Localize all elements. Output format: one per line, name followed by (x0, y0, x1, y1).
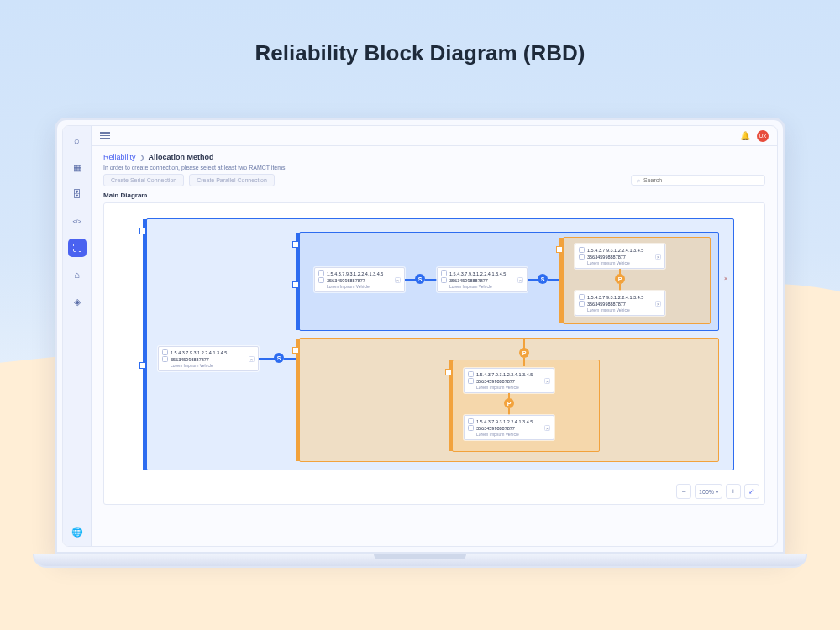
serial-connector[interactable]: S (538, 274, 548, 284)
diagram-block[interactable]: 1.5.4.3.7.9.3.1.2.2.4.1.3.4.5 3563459988… (575, 244, 665, 269)
home-icon[interactable]: ⌂ (68, 265, 87, 284)
laptop-mockup: ⌕ ▦ 🗄 </> ⛶ ⌂ ◈ 🌐 🔔 UX (55, 118, 785, 568)
block-serial: 356345998887877 (171, 357, 246, 362)
block-id: 1.5.4.3.7.9.3.1.2.2.4.1.3.4.5 (476, 419, 550, 424)
page-title: Reliability Block Diagram (RBD) (0, 0, 840, 66)
block-desc: Lorem Impsum Vehicle (162, 363, 255, 368)
block-desc: Lorem Impsum Vehicle (468, 385, 550, 390)
breadcrumb-current: Allocation Method (149, 153, 214, 161)
block-serial: 356345998887877 (476, 379, 542, 384)
cube-icon[interactable]: ◈ (68, 292, 87, 311)
block-id: 1.5.4.3.7.9.3.1.2.2.4.1.3.4.5 (449, 271, 523, 276)
bell-icon[interactable]: 🔔 (740, 131, 750, 140)
diagram-block[interactable]: 1.5.4.3.7.9.3.1.2.2.4.1.3.4.5 3563459988… (464, 368, 554, 393)
diagram-block[interactable]: 1.5.4.3.7.9.3.1.2.2.4.1.3.4.5 3563459988… (464, 415, 554, 440)
code-icon[interactable]: </> (68, 212, 87, 230)
block-serial: 356345998887877 (587, 302, 653, 307)
block-id: 1.5.4.3.7.9.3.1.2.2.4.1.3.4.5 (327, 271, 401, 276)
checkbox[interactable] (318, 270, 324, 276)
diagram-block[interactable]: 1.5.4.3.7.9.3.1.2.2.4.1.3.4.5 3563459988… (158, 346, 259, 371)
sidebar: ⌕ ▦ 🗄 </> ⛶ ⌂ ◈ 🌐 (63, 126, 92, 546)
close-icon[interactable]: × (655, 301, 661, 307)
diagram-icon[interactable]: ⛶ (68, 239, 87, 257)
diagram-block[interactable]: 1.5.4.3.7.9.3.1.2.2.4.1.3.4.5 3563459988… (437, 267, 528, 292)
close-icon[interactable]: × (544, 425, 550, 431)
zoom-value[interactable]: 100%▾ (695, 484, 722, 499)
instruction-text: In order to create connection, please se… (103, 165, 765, 171)
checkbox[interactable] (468, 425, 474, 431)
block-id: 1.5.4.3.7.9.3.1.2.2.4.1.3.4.5 (171, 350, 255, 355)
block-desc: Lorem Impsum Vehicle (468, 432, 550, 437)
checkbox[interactable] (468, 418, 474, 424)
section-title: Main Diagram (103, 192, 765, 199)
diagram-block[interactable]: 1.5.4.3.7.9.3.1.2.2.4.1.3.4.5 3563459988… (575, 291, 665, 316)
block-desc: Lorem Impsum Vehicle (579, 307, 661, 312)
checkbox[interactable] (579, 254, 585, 260)
globe-icon[interactable]: 🌐 (68, 522, 87, 541)
diagram-canvas[interactable]: 1.5.4.3.7.9.3.1.2.2.4.1.3.4.5 3563459988… (103, 202, 765, 505)
close-icon[interactable]: × (249, 356, 255, 362)
block-desc: Lorem Impsum Vehicle (318, 284, 401, 289)
close-icon[interactable]: × (544, 378, 550, 384)
create-serial-button[interactable]: Create Serial Connection (103, 174, 184, 186)
app-window: ⌕ ▦ 🗄 </> ⛶ ⌂ ◈ 🌐 🔔 UX (62, 125, 778, 547)
close-icon[interactable]: × (517, 277, 523, 283)
search-field[interactable] (643, 177, 759, 183)
block-desc: Lorem Impsum Vehicle (441, 284, 523, 289)
menu-icon[interactable] (100, 132, 110, 139)
avatar[interactable]: UX (757, 130, 769, 142)
block-serial: 356345998887877 (449, 278, 515, 283)
checkbox[interactable] (441, 277, 447, 283)
close-icon[interactable]: × (655, 254, 661, 260)
block-id: 1.5.4.3.7.9.3.1.2.2.4.1.3.4.5 (476, 372, 550, 377)
breadcrumb-root[interactable]: Reliability (103, 153, 136, 161)
create-parallel-button[interactable]: Create Parallel Connection (189, 174, 275, 186)
search-icon: ⌕ (637, 177, 640, 183)
checkbox[interactable] (468, 378, 474, 384)
diagram-block[interactable]: 1.5.4.3.7.9.3.1.2.2.4.1.3.4.5 3563459988… (314, 267, 405, 292)
zoom-out-button[interactable]: − (676, 484, 691, 499)
topbar: 🔔 UX (92, 126, 777, 146)
checkbox[interactable] (579, 301, 585, 307)
close-icon[interactable]: × (395, 277, 401, 283)
block-serial: 356345998887877 (476, 426, 542, 431)
checkbox[interactable] (318, 277, 324, 283)
checkbox[interactable] (162, 349, 168, 355)
block-serial: 356345998887877 (327, 278, 392, 283)
search-icon[interactable]: ⌕ (68, 131, 87, 150)
checkbox[interactable] (579, 247, 585, 253)
briefcase-icon[interactable]: 🗄 (68, 185, 87, 203)
checkbox[interactable] (162, 356, 168, 362)
checkbox[interactable] (468, 371, 474, 377)
block-id: 1.5.4.3.7.9.3.1.2.2.4.1.3.4.5 (587, 295, 661, 300)
close-icon[interactable]: × (724, 276, 727, 281)
block-serial: 356345998887877 (587, 255, 653, 260)
block-desc: Lorem Impsum Vehicle (579, 260, 661, 265)
chevron-right-icon: ❯ (139, 154, 145, 161)
fullscreen-button[interactable]: ⤢ (744, 484, 759, 499)
serial-connector[interactable]: S (274, 353, 284, 363)
breadcrumb: Reliability ❯ Allocation Method (103, 153, 765, 161)
chevron-down-icon: ▾ (716, 489, 718, 495)
serial-connector[interactable]: S (415, 274, 425, 284)
dashboard-icon[interactable]: ▦ (68, 158, 87, 176)
checkbox[interactable] (579, 294, 585, 300)
checkbox[interactable] (441, 270, 447, 276)
block-id: 1.5.4.3.7.9.3.1.2.2.4.1.3.4.5 (587, 248, 661, 253)
search-input[interactable]: ⌕ (631, 175, 765, 186)
zoom-controls: − 100%▾ + ⤢ (676, 484, 759, 499)
zoom-in-button[interactable]: + (726, 484, 741, 499)
